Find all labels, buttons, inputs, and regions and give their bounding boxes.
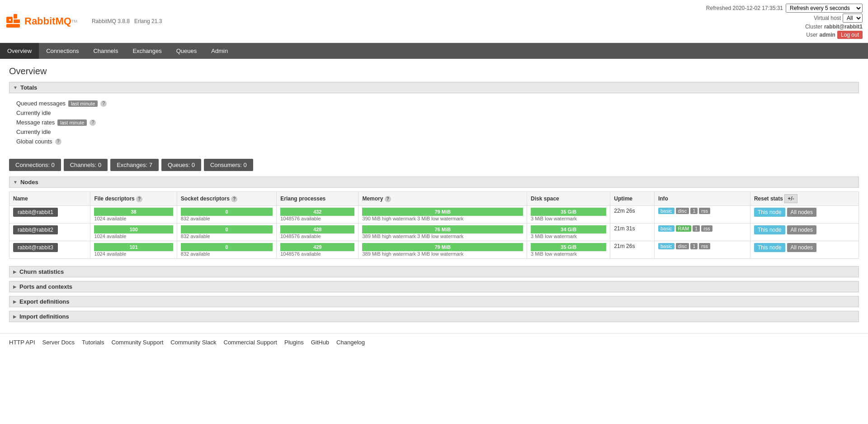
- nodes-body: Name File descriptors ? Socket descripto…: [9, 191, 859, 259]
- memory-value: 76 MiB: [362, 225, 523, 233]
- import-definitions-header[interactable]: ▶ Import definitions: [9, 311, 859, 322]
- svg-point-4: [9, 19, 11, 21]
- svg-rect-2: [14, 19, 20, 23]
- erlang-proc-sub: 1048576 available: [280, 251, 354, 257]
- file-desc-bar: 101: [94, 243, 173, 251]
- node-name-cell: rabbit@rabbit1: [9, 206, 90, 224]
- disk-cell: 35 GiB 3 MiB low watermark: [527, 206, 610, 224]
- nav-overview[interactable]: Overview: [0, 43, 39, 59]
- vhost-select[interactable]: All: [843, 14, 863, 23]
- all-nodes-button[interactable]: All nodes: [787, 243, 816, 252]
- top-right-controls: Refreshed 2020-12-02 17:35:31 Refresh ev…: [706, 4, 863, 39]
- export-definitions-header[interactable]: ▶ Export definitions: [9, 296, 859, 307]
- socket-desc-cell: 0 832 available: [177, 224, 276, 241]
- file-desc-bar: 38: [94, 208, 173, 216]
- tag-basic: basic: [658, 243, 675, 249]
- exchanges-count-button[interactable]: Exchanges: 7: [110, 159, 159, 171]
- footer-github[interactable]: GitHub: [311, 339, 329, 346]
- file-desc-cell: 38 1024 available: [90, 206, 177, 224]
- nav-queues[interactable]: Queues: [169, 43, 204, 59]
- node-name-cell: rabbit@rabbit2: [9, 224, 90, 241]
- erlang-version: Erlang 21.3: [134, 18, 162, 24]
- refresh-select[interactable]: Refresh every 5 seconds Refresh every 10…: [786, 4, 863, 13]
- nodes-title: Nodes: [20, 179, 38, 186]
- footer-plugins[interactable]: Plugins: [284, 339, 304, 346]
- col-erlang-proc: Erlang processes: [277, 192, 359, 206]
- all-nodes-button[interactable]: All nodes: [787, 208, 816, 217]
- logout-button[interactable]: Log out: [837, 31, 863, 39]
- tag-rss: rss: [701, 225, 712, 232]
- all-nodes-button[interactable]: All nodes: [787, 225, 816, 234]
- message-rates-idle: Currently idle: [16, 129, 51, 135]
- cluster-label: Cluster: [805, 24, 822, 30]
- nodes-header[interactable]: ▼ Nodes: [9, 176, 859, 188]
- footer-server-docs[interactable]: Server Docs: [42, 339, 75, 346]
- footer-community-slack[interactable]: Community Slack: [170, 339, 216, 346]
- nav-channels[interactable]: Channels: [86, 43, 125, 59]
- file-desc-help[interactable]: ?: [136, 196, 142, 202]
- this-node-button[interactable]: This node: [754, 225, 785, 234]
- ports-contexts-header[interactable]: ▶ Ports and contexts: [9, 281, 859, 292]
- erlang-proc-bar: 432: [280, 208, 354, 216]
- memory-value: 79 MiB: [362, 208, 523, 216]
- file-desc-cell: 100 1024 available: [90, 224, 177, 241]
- queued-messages-help[interactable]: ?: [100, 100, 107, 107]
- reset-buttons: This node All nodes: [754, 225, 855, 234]
- channels-count-button[interactable]: Channels: 0: [64, 159, 108, 171]
- consumers-count-button[interactable]: Consumers: 0: [204, 159, 253, 171]
- memory-sub: 389 MiB high watermark 3 MiB low waterma…: [362, 251, 523, 257]
- socket-desc-bar: 0: [181, 243, 273, 251]
- version-info: RabbitMQ 3.8.8 Erlang 21.3: [92, 18, 162, 24]
- footer-community-support[interactable]: Community Support: [111, 339, 163, 346]
- footer: HTTP API Server Docs Tutorials Community…: [0, 333, 868, 351]
- file-desc-value: 38: [94, 208, 173, 216]
- refreshed-timestamp: Refreshed 2020-12-02 17:35:31: [706, 5, 783, 11]
- import-definitions-section: ▶ Import definitions: [9, 311, 859, 322]
- node-name-button[interactable]: rabbit@rabbit1: [13, 208, 58, 217]
- churn-arrow: ▶: [13, 269, 17, 274]
- node-name-button[interactable]: rabbit@rabbit3: [13, 243, 58, 252]
- nav-exchanges[interactable]: Exchanges: [125, 43, 169, 59]
- rabbitmq-version: RabbitMQ 3.8.8: [92, 18, 130, 24]
- nav-connections[interactable]: Connections: [39, 43, 86, 59]
- tag-disc: disc: [676, 243, 689, 249]
- user-row: User admin Log out: [706, 31, 863, 39]
- erlang-proc-bar: 429: [280, 243, 354, 251]
- file-desc-sub: 1024 available: [94, 216, 173, 221]
- disk-value: 35 GiB: [531, 208, 606, 216]
- connections-count-button[interactable]: Connections: 0: [9, 159, 61, 171]
- logo: RabbitMQ TM: [5, 13, 77, 29]
- queues-count-button[interactable]: Queues: 0: [161, 159, 201, 171]
- nav-admin[interactable]: Admin: [204, 43, 235, 59]
- tag-basic: basic: [658, 225, 675, 232]
- totals-arrow: ▼: [13, 85, 18, 90]
- erlang-proc-value: 429: [280, 243, 354, 251]
- col-info: Info: [654, 192, 750, 206]
- churn-statistics-header[interactable]: ▶ Churn statistics: [9, 266, 859, 277]
- reset-buttons: This node All nodes: [754, 243, 855, 252]
- footer-changelog[interactable]: Changelog: [336, 339, 365, 346]
- this-node-button[interactable]: This node: [754, 243, 785, 252]
- socket-desc-sub: 832 available: [181, 233, 273, 239]
- message-rates-help[interactable]: ?: [90, 119, 96, 126]
- footer-tutorials[interactable]: Tutorials: [82, 339, 104, 346]
- socket-desc-help[interactable]: ?: [231, 196, 237, 202]
- global-counts-help[interactable]: ?: [55, 138, 61, 145]
- footer-http-api[interactable]: HTTP API: [9, 339, 35, 346]
- nodes-table-header: Name File descriptors ? Socket descripto…: [9, 192, 859, 206]
- plus-minus-button[interactable]: +/-: [784, 194, 797, 203]
- reset-stats-cell: This node All nodes: [750, 224, 859, 241]
- this-node-button[interactable]: This node: [754, 208, 785, 217]
- totals-header[interactable]: ▼ Totals: [9, 82, 859, 93]
- col-uptime: Uptime: [610, 192, 655, 206]
- main-nav: Overview Connections Channels Exchanges …: [0, 43, 868, 59]
- erlang-proc-sub: 1048576 available: [280, 216, 354, 221]
- message-rates-row: Message rates last minute ?: [16, 118, 859, 127]
- node-name-button[interactable]: rabbit@rabbit2: [13, 225, 58, 234]
- col-file-desc: File descriptors ?: [90, 192, 177, 206]
- totals-body: Queued messages last minute ? Currently …: [9, 97, 859, 152]
- memory-help[interactable]: ?: [385, 196, 391, 202]
- footer-commercial-support[interactable]: Commercial Support: [224, 339, 278, 346]
- totals-title: Totals: [20, 84, 37, 91]
- info-cell: basic RAM 1 rss: [654, 224, 750, 241]
